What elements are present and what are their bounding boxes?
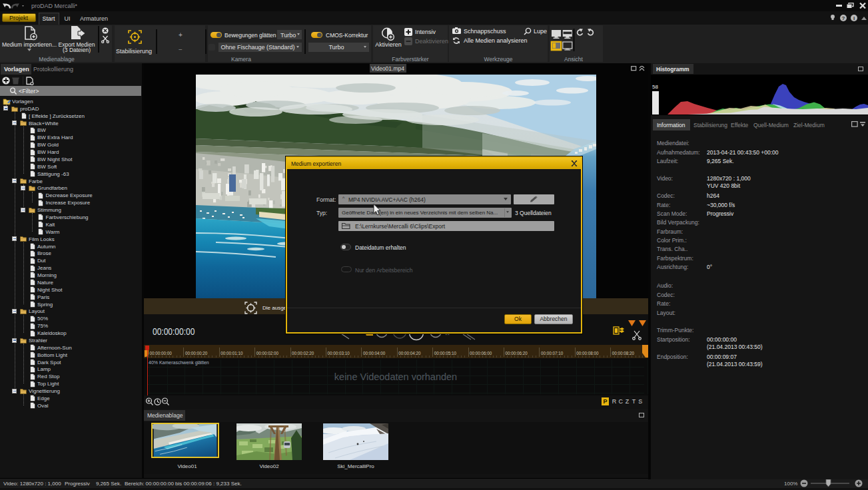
svg-text:i: i [853,15,855,21]
svg-text:?: ? [842,15,845,21]
svg-text:**: ** [445,333,450,338]
